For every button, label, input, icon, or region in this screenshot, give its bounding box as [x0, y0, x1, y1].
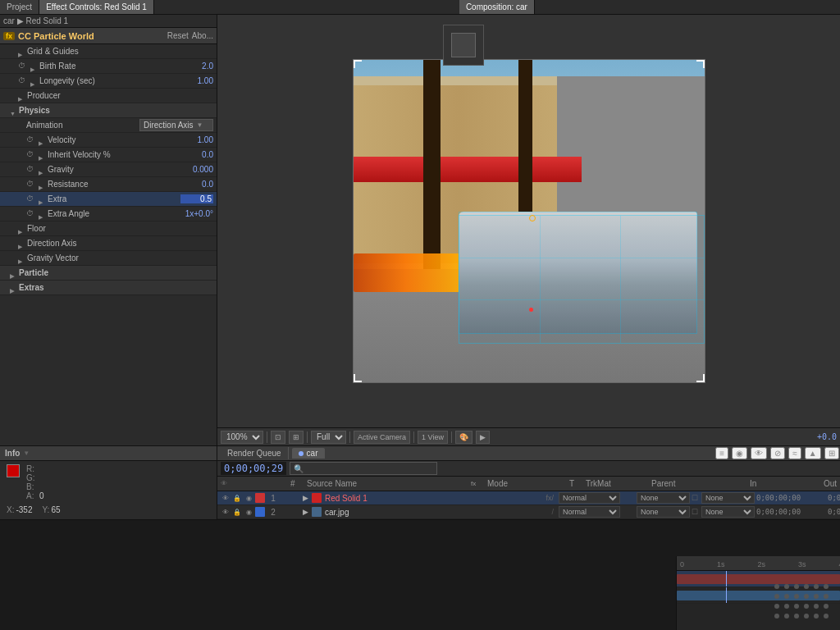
effect-controls-tab[interactable]: Effect Controls: Red Solid 1: [39, 0, 154, 14]
timecode-display: +0.0: [817, 432, 837, 441]
zoom-select[interactable]: 100%: [221, 431, 263, 444]
track-name-area-1: ▶ Red Solid 1: [303, 493, 546, 503]
reset-button[interactable]: Reset: [167, 31, 189, 40]
prop-value[interactable]: 0.5: [180, 194, 213, 203]
grid-button[interactable]: ⊞: [289, 431, 304, 444]
track-lock-2[interactable]: 🔒: [232, 507, 242, 517]
y-value: 65: [51, 505, 60, 514]
mode-select-2[interactable]: Normal: [559, 506, 620, 518]
project-tab[interactable]: Project: [0, 0, 39, 14]
parent-select-2[interactable]: None: [701, 506, 755, 518]
comp-tab[interactable]: Composition: car: [459, 0, 535, 14]
prop-velocity[interactable]: ⏱ Velocity 1.00: [0, 133, 217, 148]
track-lock-1[interactable]: 🔒: [232, 493, 242, 503]
tl-solo-btn[interactable]: ◉: [732, 447, 747, 459]
tl-collapse-btn[interactable]: ⊞: [824, 447, 839, 459]
triangle-icon: [10, 285, 16, 291]
tl-shy-btn[interactable]: 👁: [751, 447, 767, 459]
tl-settings-btn[interactable]: ≡: [715, 447, 728, 459]
a-row: A: 0: [26, 491, 44, 500]
render-btn[interactable]: ▶: [476, 431, 490, 444]
r-row: R:: [26, 464, 44, 473]
stopwatch-icon[interactable]: ⏱: [26, 180, 36, 189]
mode-select-1[interactable]: Normal: [559, 492, 620, 504]
camera-select[interactable]: Active Camera: [354, 431, 410, 444]
stopwatch-icon[interactable]: ⏱: [26, 194, 36, 204]
trkmat-select-1[interactable]: None: [637, 492, 690, 504]
track-expand-1[interactable]: ▶: [303, 494, 308, 502]
prop-value[interactable]: 0.0: [180, 150, 213, 159]
prop-birth-rate[interactable]: ⏱ Birth Rate 2.0: [0, 59, 217, 74]
prop-inherit-velocity[interactable]: ⏱ Inherit Velocity % 0.0: [0, 148, 217, 162]
prop-extras-group[interactable]: Extras: [0, 281, 217, 295]
trkmat-select-2[interactable]: None: [637, 506, 690, 518]
toolbar-separator: [267, 431, 267, 443]
prop-extra[interactable]: ⏱ Extra 0.5: [0, 192, 217, 207]
prop-value[interactable]: 1.00: [180, 76, 213, 85]
timeline-tab-label: car: [307, 449, 318, 458]
grid-line-h2: [459, 299, 704, 300]
track-parent-check-1: ☐: [692, 494, 700, 502]
track-eye-2[interactable]: 👁: [221, 507, 231, 517]
stopwatch-icon[interactable]: ⏱: [18, 62, 28, 71]
prop-physics-group[interactable]: Physics: [0, 103, 217, 118]
stopwatch-icon[interactable]: ⏱: [18, 76, 28, 86]
fit-button[interactable]: ⊡: [271, 431, 285, 444]
timeline-car-tab[interactable]: car: [292, 448, 325, 459]
prop-gravity[interactable]: ⏱ Gravity 0.000: [0, 162, 217, 177]
stopwatch-icon[interactable]: ⏱: [26, 209, 36, 219]
track-solo-1[interactable]: ◉: [244, 493, 253, 503]
prop-label: Inherit Velocity %: [48, 150, 180, 159]
track-row-1[interactable]: 👁 🔒 ◉ 1 ▶ Red Solid 1 fx/ Normal: [217, 491, 840, 505]
zoom-control: 100%: [221, 431, 263, 444]
prop-grid-guides[interactable]: Grid & Guides: [0, 44, 217, 59]
properties-list: Grid & Guides ⏱ Birth Rate 2.0 ⏱ Longevi…: [0, 44, 217, 445]
animation-dropdown[interactable]: Direction Axis ▼: [139, 119, 213, 131]
grid-line-v1: [540, 216, 541, 343]
prop-label: Animation: [26, 121, 139, 130]
prop-value[interactable]: 0.000: [180, 165, 213, 174]
toolbar-separator: [451, 431, 452, 443]
tl-motion-blur-btn[interactable]: ≈: [788, 447, 801, 459]
tab-dot: [299, 451, 304, 456]
stopwatch-icon[interactable]: ⏱: [26, 150, 36, 160]
view-mode-btn[interactable]: 1 View: [418, 431, 448, 444]
prop-label: Producer: [27, 91, 213, 100]
prop-longevity[interactable]: ⏱ Longevity (sec) 1.00: [0, 74, 217, 89]
render-queue-tab[interactable]: Render Queue: [221, 447, 289, 459]
prop-floor[interactable]: Floor: [0, 221, 217, 236]
b-row: B:: [26, 482, 44, 491]
track-fx-1: fx/: [546, 494, 554, 502]
source-col-header: Source Name: [307, 479, 471, 488]
track-expand-2[interactable]: ▶: [303, 508, 308, 516]
info-title: Info: [5, 449, 20, 458]
prop-value[interactable]: 1x+0.0°: [180, 209, 213, 218]
prop-animation[interactable]: Animation Direction Axis ▼: [0, 118, 217, 133]
triangle-icon: [39, 181, 45, 188]
stopwatch-icon[interactable]: ⏱: [26, 135, 36, 145]
tl-render-btn[interactable]: ▲: [805, 447, 821, 459]
quality-select[interactable]: Full: [311, 431, 346, 444]
timecode-display[interactable]: 0;00;00;29: [221, 462, 286, 475]
prop-extra-angle[interactable]: ⏱ Extra Angle 1x+0.0°: [0, 207, 217, 221]
prop-particle-group[interactable]: Particle: [0, 266, 217, 281]
tl-draft-btn[interactable]: ⊘: [770, 447, 785, 459]
track-row-2[interactable]: 👁 🔒 ◉ 2 ▶ car.jpg / Normal: [217, 505, 840, 519]
timeline-search[interactable]: [290, 462, 437, 475]
info-panel-header: Info ▼: [0, 446, 217, 461]
track-eye-1[interactable]: 👁: [221, 493, 231, 503]
color-tool-btn[interactable]: 🎨: [455, 431, 472, 444]
prop-value[interactable]: 1.00: [180, 135, 213, 144]
prop-producer[interactable]: Producer: [0, 89, 217, 103]
parent-select-1[interactable]: None: [701, 492, 755, 504]
prop-value[interactable]: 0.0: [180, 180, 213, 189]
track-thumbnail-2: [312, 507, 322, 517]
prop-value[interactable]: 2.0: [180, 62, 213, 71]
stopwatch-icon[interactable]: ⏱: [26, 165, 36, 175]
prop-direction-axis[interactable]: Direction Axis: [0, 236, 217, 251]
prop-resistance[interactable]: ⏱ Resistance 0.0: [0, 177, 217, 192]
prop-gravity-vector[interactable]: Gravity Vector: [0, 251, 217, 266]
triangle-icon: [39, 152, 45, 158]
track-solo-2[interactable]: ◉: [244, 507, 253, 517]
about-button[interactable]: Abo...: [192, 31, 213, 40]
